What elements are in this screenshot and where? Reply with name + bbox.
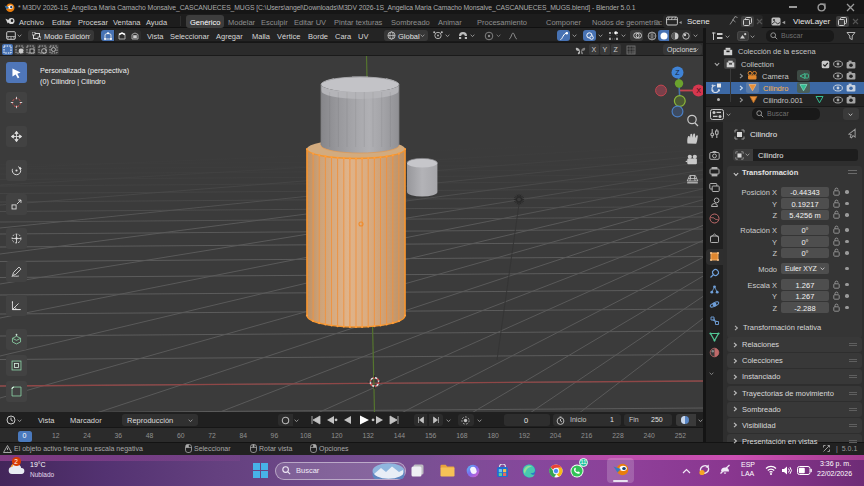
svg-text:X: X	[696, 87, 701, 94]
svg-text:Z: Z	[675, 69, 680, 76]
